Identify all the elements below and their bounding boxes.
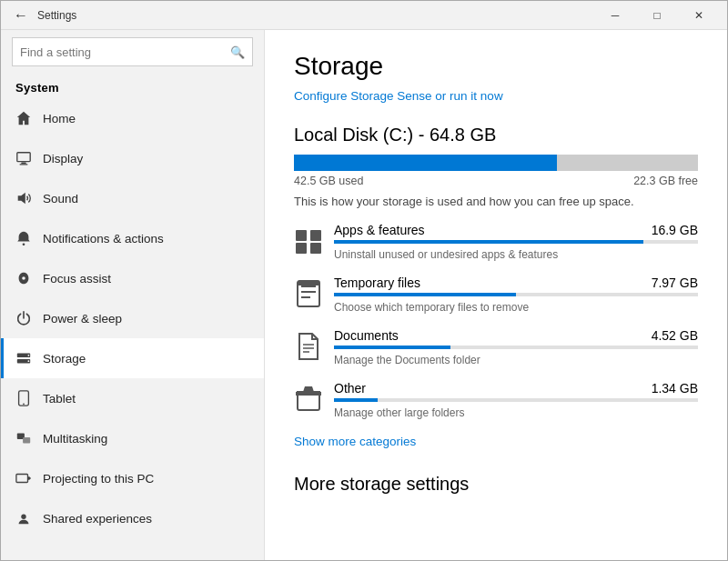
storage-item-body: Documents 4.52 GB Manage the Documents f… [334,328,698,366]
configure-storage-link[interactable]: Configure Storage Sense or run it now [294,89,503,103]
svg-marker-3 [18,193,25,205]
sidebar-item-sound[interactable]: Sound [1,178,264,218]
tablet-icon [15,390,32,406]
storage-item-name: Apps & features [334,223,425,237]
disk-section-title: Local Disk (C:) - 64.8 GB [294,125,698,145]
storage-bar-fill [334,293,516,296]
sidebar-item-display[interactable]: Display [1,138,264,178]
storage-item-body: Other 1.34 GB Manage other large folders [334,381,698,419]
svg-rect-17 [296,243,307,254]
sidebar-item-power[interactable]: Power & sleep [1,298,264,338]
shared-icon [15,510,32,526]
sidebar-item-label: Tablet [43,392,76,406]
sidebar-item-label: Sound [43,192,78,205]
home-icon [15,110,32,126]
disk-bar [294,155,698,171]
sidebar-item-label: Notifications & actions [43,232,164,245]
main-content: Storage Configure Storage Sense or run i… [265,30,727,560]
sidebar-item-projecting[interactable]: Projecting to this PC [1,458,264,498]
svg-point-8 [28,360,30,362]
sidebar-item-home[interactable]: Home [1,98,264,138]
search-input[interactable] [20,45,230,59]
storage-item-desc: Manage other large folders [334,406,464,419]
sound-icon [15,190,32,206]
storage-bar [334,398,698,402]
maximize-button[interactable]: □ [636,1,678,30]
storage-item-size: 4.52 GB [652,328,698,343]
disk-description: This is how your storage is used and how… [294,195,698,208]
svg-rect-0 [17,153,30,162]
projecting-icon [15,470,32,486]
sidebar-item-label: Projecting to this PC [43,472,154,486]
titlebar: ← Settings ─ □ ✕ [1,1,727,30]
settings-window: ← Settings ─ □ ✕ 🔍 System Home Display S… [0,0,728,561]
sidebar: 🔍 System Home Display Sound Notification… [1,30,265,560]
svg-point-10 [23,403,25,405]
sidebar-item-label: Home [43,112,76,125]
focus-icon [15,270,32,286]
docs-storage-icon [294,330,323,363]
storage-item-header: Apps & features 16.9 GB [334,223,698,237]
storage-item-desc: Uninstall unused or undesired apps & fea… [334,248,558,261]
disk-bar-fill [294,155,557,171]
svg-rect-1 [21,163,25,165]
close-button[interactable]: ✕ [678,1,720,30]
titlebar-controls: ─ □ ✕ [594,1,720,30]
search-box[interactable]: 🔍 [12,37,253,66]
window-content: 🔍 System Home Display Sound Notification… [1,30,727,560]
nav-list: Home Display Sound Notifications & actio… [1,98,264,538]
storage-item-name: Temporary files [334,275,420,290]
storage-bar-fill [334,346,450,349]
storage-item-docs[interactable]: Documents 4.52 GB Manage the Documents f… [294,328,698,366]
storage-item-header: Other 1.34 GB [334,381,698,396]
storage-item-apps[interactable]: Apps & features 16.9 GB Uninstall unused… [294,223,698,261]
storage-item-body: Apps & features 16.9 GB Uninstall unused… [334,223,698,261]
storage-item-other[interactable]: Other 1.34 GB Manage other large folders [294,381,698,419]
svg-rect-12 [23,437,30,443]
power-icon [15,310,32,326]
sidebar-section-header: System [1,74,264,98]
svg-rect-15 [296,230,307,241]
more-settings-title: More storage settings [294,474,698,495]
minimize-button[interactable]: ─ [594,1,636,30]
sidebar-item-label: Power & sleep [43,312,122,326]
storage-item-desc: Manage the Documents folder [334,354,480,366]
back-button[interactable]: ← [8,3,34,28]
svg-rect-13 [16,475,28,483]
temp-storage-icon [294,277,323,310]
sidebar-item-label: Display [43,152,83,165]
other-storage-icon [294,383,323,416]
storage-items-list: Apps & features 16.9 GB Uninstall unused… [294,223,698,419]
storage-item-name: Documents [334,328,399,343]
sidebar-item-focus[interactable]: Focus assist [1,258,264,298]
storage-bar-fill [334,398,378,402]
storage-item-temp[interactable]: Temporary files 7.97 GB Choose which tem… [294,275,698,314]
show-more-link[interactable]: Show more categories [294,435,416,448]
storage-item-desc: Choose which temporary files to remove [334,301,529,314]
storage-item-header: Documents 4.52 GB [334,328,698,343]
multitasking-icon [15,430,32,446]
notifications-icon [15,230,32,246]
svg-rect-16 [310,230,321,241]
page-title: Storage [294,52,698,81]
storage-item-header: Temporary files 7.97 GB [334,275,698,290]
storage-item-size: 1.34 GB [652,381,698,396]
storage-item-name: Other [334,381,366,396]
sidebar-item-label: Focus assist [43,272,111,286]
storage-bar [334,346,698,349]
sidebar-item-storage[interactable]: Storage [1,338,264,378]
apps-storage-icon [294,225,323,257]
sidebar-item-notifications[interactable]: Notifications & actions [1,218,264,258]
disk-bar-labels: 42.5 GB used 22.3 GB free [294,175,698,187]
sidebar-item-label: Multitasking [43,432,107,446]
svg-point-14 [21,515,25,519]
sidebar-item-label: Shared experiences [43,512,152,526]
sidebar-item-multitasking[interactable]: Multitasking [1,418,264,458]
sidebar-item-shared[interactable]: Shared experiences [1,498,264,538]
disk-used-label: 42.5 GB used [294,175,363,187]
storage-bar-fill [334,240,643,244]
svg-point-4 [23,243,25,245]
storage-item-body: Temporary files 7.97 GB Choose which tem… [334,275,698,314]
storage-item-size: 16.9 GB [652,223,698,237]
sidebar-item-tablet[interactable]: Tablet [1,378,264,418]
